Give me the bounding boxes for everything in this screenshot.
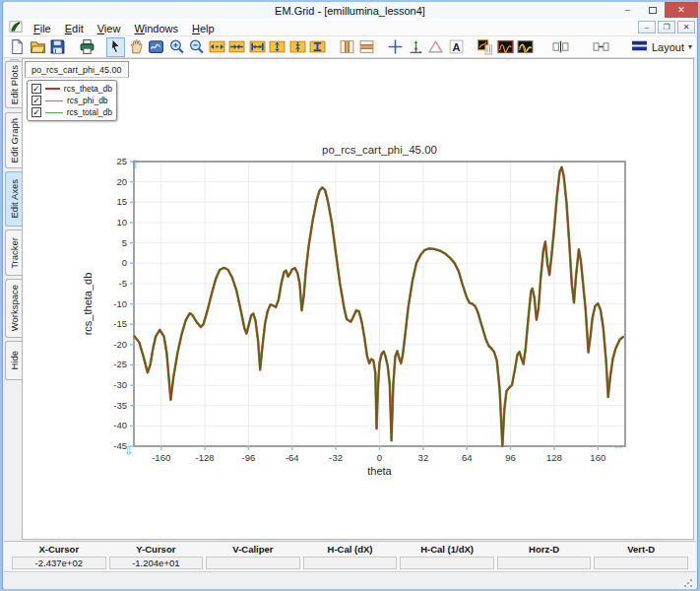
zoom-out-icon[interactable] (187, 37, 206, 57)
mdi-window-controls: –❐✕ (638, 21, 695, 33)
menu-help[interactable]: Help (185, 22, 222, 35)
sidebar-tabs: Edit Plots Edit Graph Edit Axes Tracker … (4, 58, 22, 540)
split-horizontal-icon[interactable] (357, 37, 376, 57)
menu-bar: FileEditViewWindowsHelp (4, 19, 696, 36)
open-file-icon[interactable] (28, 37, 46, 57)
legend-checkbox[interactable]: ✓ (32, 107, 41, 117)
svg-text:-15: -15 (113, 318, 127, 329)
tracker-axes-icon[interactable] (407, 37, 425, 57)
chart-plot-area[interactable]: -160-128-96-64-3203264961281602520151050… (23, 59, 695, 540)
title-bar: EM.Grid - [emillumina_lesson4] (4, 2, 696, 19)
plot-legend: ✓ rcs_theta_db ✓ rcs_phi_db ✓ rcs_total_… (27, 80, 117, 121)
chevron-down-icon: ▾ (688, 42, 692, 51)
window-controls: – ✕ (615, 2, 698, 18)
svg-text:-40: -40 (113, 420, 127, 430)
dark-plot-icon[interactable] (496, 37, 515, 57)
status-column-header: X-Cursor (12, 543, 106, 557)
menu-view[interactable]: View (91, 22, 128, 35)
shrink-x-icon[interactable] (227, 37, 246, 57)
new-file-icon[interactable] (8, 37, 27, 57)
sidebar-tab-hide[interactable]: Hide (5, 341, 22, 380)
legend-item: ✓ rcs_phi_db (32, 95, 112, 106)
legend-label: rcs_theta_db (64, 84, 112, 94)
layout-button[interactable]: Layout ▾ (627, 35, 696, 58)
resize-grip[interactable] (683, 578, 693, 588)
sidebar-tab-edit-axes[interactable]: Edit Axes (5, 171, 22, 227)
svg-text:20: 20 (116, 176, 127, 187)
expand-x-icon[interactable] (207, 37, 225, 57)
save-icon[interactable] (48, 37, 67, 57)
svg-text:-20: -20 (113, 339, 127, 350)
zoom-in-icon[interactable] (166, 37, 185, 57)
sidebar-tab-edit-graph[interactable]: Edit Graph (5, 112, 22, 168)
sidebar-tab-edit-plots[interactable]: Edit Plots (5, 61, 22, 108)
svg-text:-64: -64 (286, 452, 299, 463)
select-cursor-icon[interactable] (106, 37, 125, 57)
status-value-cell (400, 557, 494, 569)
zoom-region-icon[interactable] (147, 37, 165, 57)
mdi-minimize-button[interactable]: – (638, 21, 656, 33)
svg-text:10: 10 (116, 217, 127, 228)
status-value-cell (303, 557, 398, 569)
toolbar: A Layout ▾ (4, 36, 696, 58)
sidebar-tab-workspace[interactable]: Workspace (5, 279, 22, 338)
pan-hand-icon[interactable] (126, 37, 145, 57)
legend-item: ✓ rcs_total_db (32, 106, 112, 118)
text-annotation-icon[interactable]: A (447, 37, 466, 57)
status-value-cell: -1.204e+01 (109, 557, 204, 569)
dark-multi-plot-icon[interactable] (516, 37, 535, 57)
menu-edit[interactable]: Edit (58, 22, 91, 35)
status-value-cell: -2.437e+02 (12, 557, 106, 569)
print-icon[interactable] (77, 37, 95, 57)
legend-line-sample (45, 88, 60, 90)
delta-caliper-icon[interactable] (426, 37, 445, 57)
svg-text:-96: -96 (242, 452, 256, 463)
svg-text:-30: -30 (113, 379, 127, 390)
crosshair-icon[interactable] (386, 37, 405, 57)
legend-label: rcs_phi_db (67, 96, 108, 105)
menu-windows[interactable]: Windows (127, 22, 185, 35)
svg-text:po_rcs_cart_phi_45.00: po_rcs_cart_phi_45.00 (322, 144, 437, 156)
caliper-bottom-left: ⇩ (124, 444, 134, 458)
full-x-icon[interactable] (247, 37, 266, 57)
svg-text:-10: -10 (113, 298, 127, 309)
legend-checkbox[interactable]: ✓ (32, 84, 41, 94)
svg-text:0: 0 (122, 257, 127, 268)
minimize-button[interactable]: – (615, 2, 640, 18)
vertical-caliper-icon[interactable] (545, 37, 576, 57)
svg-text:-128: -128 (196, 452, 215, 463)
svg-text:5: 5 (122, 237, 127, 248)
sidebar-tab-label: Edit Axes (9, 179, 20, 219)
full-y-icon[interactable] (308, 37, 327, 57)
svg-text:theta: theta (367, 465, 392, 477)
status-column-header: Vert-D (594, 543, 688, 557)
svg-text:32: 32 (418, 452, 429, 463)
status-value-cell (497, 557, 592, 569)
status-column-header: H-Cal (dX) (303, 543, 398, 557)
maximize-button[interactable] (640, 2, 665, 18)
close-button[interactable]: ✕ (665, 2, 698, 18)
split-vertical-icon[interactable] (337, 37, 355, 57)
expand-y-icon[interactable] (268, 37, 286, 57)
status-value-cell (206, 557, 300, 569)
svg-text:-35: -35 (113, 400, 127, 411)
sidebar-tab-label: Tracker (9, 237, 20, 269)
mdi-close-button[interactable]: ✕ (677, 21, 695, 33)
menu-items: FileEditViewWindowsHelp (27, 19, 222, 36)
sidebar-tab-tracker[interactable]: Tracker (5, 230, 22, 276)
shrink-y-icon[interactable] (287, 37, 306, 57)
app-logo-icon (9, 21, 23, 33)
legend-line-sample (45, 100, 63, 101)
svg-text:-160: -160 (152, 452, 170, 463)
menu-file[interactable]: File (27, 22, 58, 35)
svg-text:64: 64 (462, 452, 473, 463)
bottom-strip (4, 571, 696, 591)
plot-style-icon[interactable] (476, 37, 494, 57)
mdi-restore-button[interactable]: ❐ (658, 21, 675, 33)
svg-text:0: 0 (377, 452, 382, 463)
document-area: po_rcs_cart_phi_45.00 ✓ rcs_theta_db ✓ r… (22, 58, 694, 540)
horizontal-caliper-icon[interactable] (586, 37, 616, 57)
status-column-header: Y-Cursor (109, 543, 204, 557)
legend-checkbox[interactable]: ✓ (32, 96, 41, 105)
application-window: EM.Grid - [emillumina_lesson4] – ✕ FileE… (0, 0, 700, 591)
